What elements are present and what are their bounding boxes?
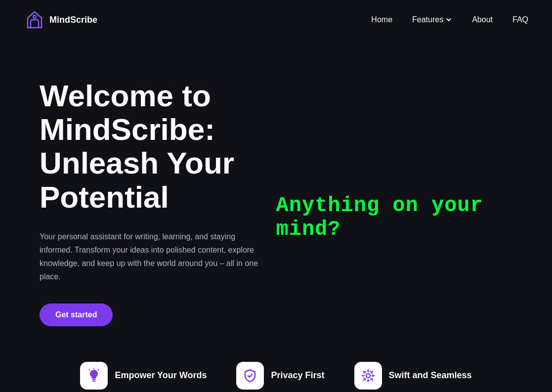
lightbulb-icon: [86, 368, 102, 384]
feature-swift: Swift and Seamless: [354, 362, 472, 390]
logo-text: MindScribe: [49, 15, 97, 25]
nav-features[interactable]: Features: [412, 15, 452, 24]
logo-link[interactable]: MindScribe: [24, 9, 97, 31]
nav-faq[interactable]: FAQ: [512, 15, 528, 24]
nav-about[interactable]: About: [472, 15, 493, 24]
hero-left: Welcome to MindScribe: Unleash Your Pote…: [40, 79, 276, 326]
get-started-button[interactable]: Get started: [40, 304, 113, 326]
nav-menu: Home Features About FAQ: [371, 15, 528, 24]
svg-line-7: [98, 369, 99, 370]
swift-icon-box: [354, 362, 382, 390]
svg-point-8: [366, 374, 370, 378]
svg-line-6: [89, 369, 90, 370]
privacy-label: Privacy First: [271, 370, 324, 381]
privacy-icon-box: [236, 362, 264, 390]
chevron-down-icon: [445, 16, 452, 23]
nav-home[interactable]: Home: [371, 15, 392, 24]
gear-icon: [360, 368, 376, 384]
swift-label: Swift and Seamless: [389, 370, 472, 381]
feature-empower: Empower Your Words: [80, 362, 207, 390]
hero-subtitle: Your personal assistant for writing, lea…: [40, 230, 267, 284]
shield-icon: [242, 368, 258, 384]
hero-tagline: Anything on your mind?: [276, 194, 513, 241]
svg-point-2: [34, 16, 36, 18]
svg-rect-3: [92, 379, 96, 380]
features-bar: Empower Your Words Privacy First Swift a…: [0, 346, 552, 392]
feature-privacy: Privacy First: [236, 362, 324, 390]
hero-title: Welcome to MindScribe: Unleash Your Pote…: [40, 79, 276, 214]
hero-section: Welcome to MindScribe: Unleash Your Pote…: [0, 40, 552, 346]
navbar: MindScribe Home Features About FAQ: [0, 0, 552, 40]
empower-label: Empower Your Words: [115, 370, 207, 381]
empower-icon-box: [80, 362, 108, 390]
hero-right: Anything on your mind?: [276, 79, 513, 326]
logo-icon: [24, 9, 45, 31]
svg-rect-4: [92, 381, 95, 382]
